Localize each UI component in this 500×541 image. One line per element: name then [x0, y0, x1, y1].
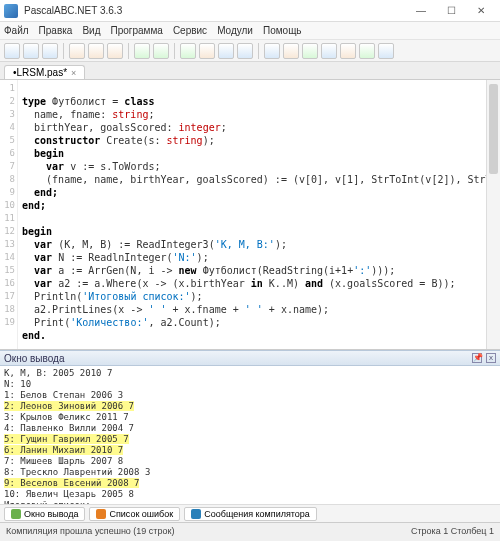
output-line: K, M, B: 2005 2010 7 [4, 368, 496, 379]
toolbar-run-icon[interactable] [180, 43, 196, 59]
menu-help[interactable]: Помощь [263, 25, 302, 36]
compiler-tab-icon [191, 509, 201, 519]
toolbar-open-icon[interactable] [23, 43, 39, 59]
menu-file[interactable]: Файл [4, 25, 29, 36]
toolbar-step-icon[interactable] [218, 43, 234, 59]
titlebar: PascalABC.NET 3.6.3 — ☐ ✕ [0, 0, 500, 22]
output-line: 6: Ланин Михаил 2010 7 [4, 445, 496, 456]
close-button[interactable]: ✕ [466, 2, 496, 20]
output-line: 2: Леонов Зиновий 2006 7 [4, 401, 496, 412]
toolbar-btn-icon[interactable] [359, 43, 375, 59]
toolbar-btn-icon[interactable] [302, 43, 318, 59]
toolbar-redo-icon[interactable] [153, 43, 169, 59]
output-line: 7: Мишеев Шарль 2007 8 [4, 456, 496, 467]
menu-edit[interactable]: Правка [39, 25, 73, 36]
line-gutter: 12345678910111213141516171819 [0, 80, 18, 349]
output-tab-icon [11, 509, 21, 519]
toolbar-paste-icon[interactable] [107, 43, 123, 59]
output-panel[interactable]: K, M, B: 2005 2010 7 N: 10 1: Белов Степ… [0, 366, 500, 504]
maximize-button[interactable]: ☐ [436, 2, 466, 20]
output-line: 4: Павленко Вилли 2004 7 [4, 423, 496, 434]
toolbar-new-icon[interactable] [4, 43, 20, 59]
output-panel-title: Окно вывода [4, 353, 64, 364]
file-tab[interactable]: •LRSM.pas* × [4, 65, 85, 79]
toolbar-stop-icon[interactable] [199, 43, 215, 59]
code-area[interactable]: type Футболист = class name, fname: stri… [18, 80, 500, 349]
toolbar-undo-icon[interactable] [134, 43, 150, 59]
menu-service[interactable]: Сервис [173, 25, 207, 36]
bottom-tab-compiler[interactable]: Сообщения компилятора [184, 507, 317, 521]
bottom-tab-output[interactable]: Окно вывода [4, 507, 85, 521]
errors-tab-icon [96, 509, 106, 519]
output-line: 5: Гущин Гавриил 2005 7 [4, 434, 496, 445]
app-icon [4, 4, 18, 18]
code-editor[interactable]: 12345678910111213141516171819 type Футбо… [0, 80, 500, 350]
bottom-tab-errors[interactable]: Список ошибок [89, 507, 180, 521]
status-bar: Компиляция прошла успешно (19 строк) Стр… [0, 522, 500, 539]
minimize-button[interactable]: — [406, 2, 436, 20]
tab-close-icon[interactable]: × [71, 68, 76, 78]
toolbar-cut-icon[interactable] [69, 43, 85, 59]
toolbar-save-icon[interactable] [42, 43, 58, 59]
output-line: 10: Явелич Цезарь 2005 8 [4, 489, 496, 500]
editor-scrollbar[interactable] [486, 80, 500, 349]
toolbar-stepover-icon[interactable] [237, 43, 253, 59]
scrollbar-thumb[interactable] [489, 84, 498, 174]
toolbar-btn-icon[interactable] [264, 43, 280, 59]
menu-modules[interactable]: Модули [217, 25, 253, 36]
output-line: 9: Веселов Евсений 2008 7 [4, 478, 496, 489]
status-left: Компиляция прошла успешно (19 строк) [6, 526, 174, 536]
toolbar-btn-icon[interactable] [321, 43, 337, 59]
output-line: 1: Белов Степан 2006 3 [4, 390, 496, 401]
output-line: 8: Трескло Лаврентий 2008 3 [4, 467, 496, 478]
pin-icon[interactable]: 📌 [472, 353, 482, 363]
bottom-tabs: Окно вывода Список ошибок Сообщения комп… [0, 504, 500, 522]
window-controls: — ☐ ✕ [406, 2, 496, 20]
tab-bar: •LRSM.pas* × [0, 62, 500, 80]
menu-program[interactable]: Программа [110, 25, 162, 36]
menu-view[interactable]: Вид [82, 25, 100, 36]
output-line: 3: Крылов Феликс 2011 7 [4, 412, 496, 423]
toolbar-btn-icon[interactable] [340, 43, 356, 59]
toolbar-copy-icon[interactable] [88, 43, 104, 59]
toolbar-btn-icon[interactable] [378, 43, 394, 59]
tab-label: •LRSM.pas* [13, 67, 67, 78]
output-panel-header: Окно вывода 📌 x [0, 350, 500, 366]
status-right: Строка 1 Столбец 1 [411, 526, 494, 536]
menubar: Файл Правка Вид Программа Сервис Модули … [0, 22, 500, 40]
toolbar [0, 40, 500, 62]
toolbar-btn-icon[interactable] [283, 43, 299, 59]
output-line: N: 10 [4, 379, 496, 390]
panel-close-icon[interactable]: x [486, 353, 496, 363]
window-title: PascalABC.NET 3.6.3 [24, 5, 406, 16]
